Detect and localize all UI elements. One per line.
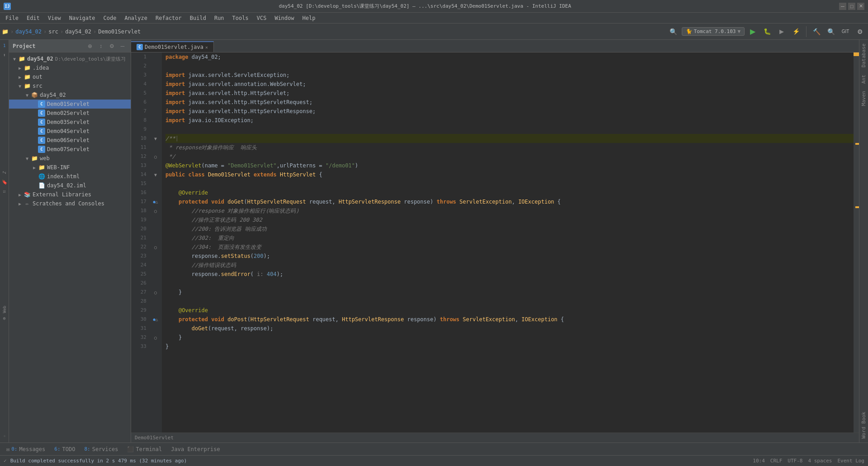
menu-run[interactable]: Run — [211, 14, 228, 22]
code-line-18: //response 对象操作相应行(响应状态码) — [165, 206, 854, 215]
tree-extlib[interactable]: ▶ 📚 External Libraries — [9, 190, 131, 199]
messages-icon: ✉ — [6, 446, 9, 452]
line-33-gutter: 33 — [131, 342, 162, 351]
commit-icon[interactable]: ⬆ — [0, 51, 9, 59]
tree-root[interactable]: ▼ 📁 day54_02 D:\develop_tools\课堂练习 — [9, 54, 131, 63]
make-button[interactable]: 🔨 — [810, 25, 823, 38]
menu-analyze[interactable]: Analyze — [121, 14, 151, 22]
tree-out[interactable]: ▶ 📁 out — [9, 72, 131, 81]
fold-18-icon[interactable]: ○ — [154, 209, 157, 214]
coverage-button[interactable]: ▶ — [775, 25, 788, 38]
panel-minimize-btn[interactable]: ─ — [118, 42, 127, 51]
breadcrumb-day54-02[interactable]: day54_02 — [65, 29, 91, 35]
tree-indexhtml[interactable]: 🌐 index.html — [9, 172, 131, 181]
bottom-tab-messages[interactable]: ✉ 0: Messages — [2, 444, 50, 454]
status-charset[interactable]: UTF-8 — [788, 458, 802, 464]
tree-iml[interactable]: 📄 day54_02.iml — [9, 181, 131, 190]
maximize-button[interactable]: □ — [848, 3, 855, 10]
panel-icon-btn1[interactable]: ⊕ — [85, 42, 94, 51]
profile-button[interactable]: ⚡ — [790, 25, 802, 38]
web-icon[interactable]: Web — [0, 305, 9, 314]
tree-src[interactable]: ▼ 📁 src — [9, 81, 131, 90]
structure-icon[interactable]: Z — [0, 169, 9, 177]
fold-12-icon[interactable]: ○ — [154, 154, 157, 159]
status-position[interactable]: 10:4 — [753, 458, 765, 464]
fold-22-icon[interactable]: ○ — [154, 245, 157, 250]
minimize-button[interactable]: ─ — [839, 3, 846, 10]
git-button[interactable]: GIT — [839, 25, 852, 38]
code-content[interactable]: package day54_02; import javax.servlet.S… — [162, 52, 854, 433]
status-indent[interactable]: 4 spaces — [808, 458, 832, 464]
title-bar-left: IJ — [4, 3, 11, 10]
tree-demo04[interactable]: C Demo04Servlet — [9, 127, 131, 136]
fold-27-icon[interactable]: ○ — [154, 290, 157, 295]
menu-code[interactable]: Code — [100, 14, 120, 22]
close-button[interactable]: ✕ — [857, 3, 864, 10]
editor-tab-demo01[interactable]: C Demo01Servlet.java ✕ — [131, 41, 214, 52]
fold-32-icon[interactable]: ○ — [154, 335, 157, 340]
linenum-10: 10 — [131, 134, 149, 143]
panel-icon-btn2[interactable]: ↕ — [96, 42, 105, 51]
menu-tools[interactable]: Tools — [229, 14, 252, 22]
bottom-tab-terminal[interactable]: ⬛ Terminal — [123, 444, 166, 454]
status-eventlog[interactable]: Event Log — [837, 458, 864, 464]
tree-demo02[interactable]: C Demo02Servlet — [9, 109, 131, 118]
tree-scratches[interactable]: ▶ ✏ Scratches and Consoles — [9, 199, 131, 208]
search-button[interactable]: 🔍 — [825, 25, 837, 38]
bookmarks-icon[interactable]: 🔖 — [0, 178, 9, 186]
todo-icon[interactable]: ☑ — [0, 187, 9, 195]
status-crlf[interactable]: CRLF — [770, 458, 783, 464]
breadcrumb-day54[interactable]: day54_02 — [15, 29, 42, 35]
menu-build[interactable]: Build — [186, 14, 210, 22]
breadcrumb-src[interactable]: src — [48, 29, 58, 35]
debug-button[interactable]: 🐛 — [761, 25, 774, 38]
fold-14-icon[interactable]: ▼ — [154, 172, 157, 177]
fold-10-icon[interactable]: ▼ — [154, 136, 157, 141]
bottom-icon[interactable]: ⊕ — [0, 314, 9, 323]
bottom-tab-services[interactable]: 8: Services — [80, 444, 123, 454]
editor-area: C Demo01Servlet.java ✕ 1 2 — [131, 40, 859, 442]
tree-webinf[interactable]: ▶ 📁 WEB-INF — [9, 163, 131, 172]
window-controls[interactable]: ─ □ ✕ — [839, 3, 864, 10]
tree-idea[interactable]: ▶ 📁 .idea — [9, 63, 131, 72]
panel-settings-btn[interactable]: ⚙ — [107, 42, 116, 51]
project-sidebar-icon[interactable]: 1 — [0, 42, 9, 50]
menu-file[interactable]: File — [2, 14, 22, 22]
line-22-gutter: 22 ○ — [131, 243, 162, 252]
run-button[interactable]: ▶ — [746, 25, 759, 38]
run-configuration[interactable]: 🐈 Tomcat 7.0.103 ▼ — [682, 27, 745, 36]
right-tab-ant[interactable]: Ant — [859, 71, 868, 87]
favorites-icon[interactable]: ☆ — [0, 433, 9, 441]
main-area: 1 ⬆ Z 🔖 ☑ Web ⊕ ☆ Project ⊕ ↕ ⚙ ─ ▼ 📁 da… — [0, 40, 868, 442]
line-4-gutter: 4 — [131, 80, 162, 89]
menu-help[interactable]: Help — [299, 14, 319, 22]
tree-demo07[interactable]: C Demo07Servlet — [9, 145, 131, 154]
right-tab-wordbook[interactable]: Word Book — [859, 408, 868, 442]
menu-window[interactable]: Window — [271, 14, 297, 22]
line-29-gutter: 29 — [131, 306, 162, 315]
menu-view[interactable]: View — [44, 14, 65, 22]
webinf-arrow-icon: ▶ — [31, 165, 38, 170]
menu-refactor[interactable]: Refactor — [152, 14, 185, 22]
root-arrow-icon: ▼ — [11, 57, 18, 62]
menu-navigate[interactable]: Navigate — [66, 14, 99, 22]
right-tab-database[interactable]: Database — [859, 40, 868, 71]
settings-button[interactable]: ⚙ — [854, 25, 866, 38]
bottom-tab-javaenterprise[interactable]: Java Enterprise — [166, 444, 224, 454]
tree-demo03[interactable]: C Demo03Servlet — [9, 118, 131, 127]
tree-demo06[interactable]: C Demo06Servlet — [9, 136, 131, 145]
line-13-gutter: 13 — [131, 161, 162, 170]
search-everywhere-button[interactable]: 🔍 — [667, 25, 680, 38]
tree-web[interactable]: ▼ 📁 web — [9, 154, 131, 163]
right-tab-maven[interactable]: Maven — [859, 87, 868, 109]
menu-edit[interactable]: Edit — [23, 14, 43, 22]
menu-vcs[interactable]: VCS — [253, 14, 270, 22]
breadcrumb-item-project[interactable]: 📁 — [2, 29, 9, 35]
bottom-tab-todo[interactable]: 6: TODO — [50, 444, 80, 454]
tree-pkg[interactable]: ▼ 📦 day54_02 — [9, 90, 131, 100]
tree-demo01[interactable]: C Demo01Servlet — [9, 100, 131, 109]
tab-close-icon[interactable]: ✕ — [205, 45, 208, 50]
linenum-23: 23 — [131, 252, 149, 261]
status-icon[interactable]: ✓ — [4, 458, 7, 464]
left-sidebar-icons: 1 ⬆ Z 🔖 ☑ Web ⊕ ☆ — [0, 40, 9, 442]
